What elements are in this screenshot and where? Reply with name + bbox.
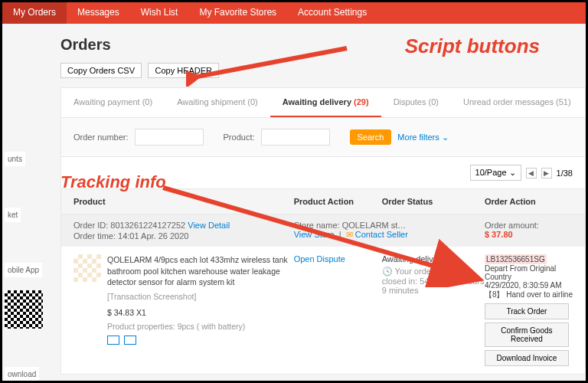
- sidebar-fragment: ket: [5, 208, 21, 222]
- package-icon[interactable]: [124, 336, 136, 345]
- order-body-row: QOLELARM 4/9pcs each lot 433mhz wireless…: [61, 247, 585, 374]
- tracking-detail: 【8】 Hand over to airline: [485, 290, 573, 300]
- order-time: 14:01 Apr. 26 2020: [118, 231, 188, 241]
- store-name: QOLELARM st…: [342, 221, 407, 230]
- qr-code: [5, 290, 43, 329]
- view-store-link[interactable]: View Store: [294, 230, 335, 239]
- pager-position: 1/38: [557, 169, 573, 178]
- product-input[interactable]: [261, 129, 330, 146]
- table-header: Product Product Action Order Status Orde…: [61, 188, 585, 214]
- nav-my-orders[interactable]: My Orders: [2, 2, 67, 24]
- product-label: Product:: [224, 133, 255, 142]
- tab-disputes[interactable]: Disputes (0): [381, 88, 451, 117]
- annotation-tracking-info: Tracking info: [60, 172, 166, 192]
- sidebar-fragment: ownload: [5, 367, 39, 381]
- top-nav: My Orders Messages Wish List My Favorite…: [2, 2, 586, 24]
- transaction-screenshot-label: [Transaction Screenshot]: [107, 291, 294, 303]
- tab-awaiting-delivery[interactable]: Awaiting delivery (29): [270, 88, 381, 117]
- product-thumbnail[interactable]: [74, 254, 101, 282]
- col-product: Product: [74, 197, 294, 206]
- nav-messages[interactable]: Messages: [67, 2, 130, 24]
- tracking-time: 4/29/2020, 8:30:59 AM: [485, 281, 573, 290]
- annotation-script-buttons: Script buttons: [405, 34, 540, 58]
- nav-stores[interactable]: My Favorite Stores: [188, 2, 287, 24]
- tab-awaiting-shipment[interactable]: Awaiting shipment (0): [165, 88, 270, 117]
- order-id: 8013261224127252: [110, 221, 185, 230]
- product-title[interactable]: QOLELARM 4/9pcs each lot 433mhz wireless…: [107, 254, 294, 288]
- order-amount: $ 37.80: [485, 230, 573, 239]
- chevron-down-icon: ⌄: [442, 133, 449, 142]
- order-tabs: Awaiting payment (0) Awaiting shipment (…: [61, 88, 585, 118]
- col-order-action: Order Action: [485, 197, 573, 206]
- store-name-label: Store name:: [294, 221, 340, 230]
- order-id-label: Order ID:: [74, 221, 108, 230]
- download-invoice-button[interactable]: Download Invoice: [485, 350, 569, 366]
- order-header-row: Order ID: 8013261224127252 View Detail O…: [61, 214, 585, 247]
- order-number-label: Order number:: [74, 133, 129, 142]
- product-properties: Product properties: 9pcs ( with battery): [107, 321, 294, 332]
- filters-row: Order number: Product: Search More filte…: [61, 118, 585, 157]
- tracking-number[interactable]: LB132536651SG: [485, 254, 547, 264]
- pager-next[interactable]: ▶: [541, 168, 552, 178]
- tab-unread[interactable]: Unread order messages (51): [451, 88, 583, 117]
- nav-settings[interactable]: Account Settings: [287, 2, 377, 24]
- copy-csv-button[interactable]: Copy Orders CSV: [60, 63, 142, 78]
- clock-icon: 🕓: [382, 267, 393, 276]
- per-page-select[interactable]: 10/Page ⌄: [470, 165, 521, 181]
- truck-icon[interactable]: [107, 336, 119, 345]
- sidebar-fragment: unts: [5, 152, 25, 166]
- search-button[interactable]: Search: [350, 129, 392, 145]
- contact-seller-link[interactable]: Contact Seller: [355, 230, 408, 239]
- nav-wishlist[interactable]: Wish List: [130, 2, 189, 24]
- confirm-received-button[interactable]: Confirm Goods Received: [485, 322, 569, 347]
- tab-awaiting-payment[interactable]: Awaiting payment (0): [61, 88, 165, 117]
- chevron-down-icon: ⌄: [509, 168, 516, 177]
- tracking-status: Depart From Original Country: [485, 264, 573, 281]
- envelope-icon: ✉: [346, 230, 353, 239]
- product-price: $ 34.83 X1: [107, 307, 294, 319]
- order-number-input[interactable]: [135, 129, 204, 146]
- order-time-label: Order time:: [74, 231, 116, 241]
- order-status-text: Awaiting delivery: [382, 254, 485, 264]
- col-product-action: Product Action: [294, 197, 382, 206]
- script-buttons-row: Copy Orders CSV Copy HEADER: [60, 63, 586, 78]
- col-order-status: Order Status: [382, 197, 485, 206]
- close-countdown: Your order will be closed in: 54 days 14…: [382, 267, 485, 295]
- copy-header-button[interactable]: Copy HEADER: [148, 63, 219, 78]
- view-detail-link[interactable]: View Detail: [188, 221, 230, 230]
- open-dispute-link[interactable]: Open Dispute: [294, 254, 345, 264]
- sidebar-fragment: obile App: [5, 263, 42, 277]
- more-filters-link[interactable]: More filters ⌄: [397, 133, 448, 142]
- pager-prev[interactable]: ◀: [526, 168, 537, 178]
- order-amount-label: Order amount:: [485, 221, 573, 230]
- track-order-button[interactable]: Track Order: [485, 303, 569, 319]
